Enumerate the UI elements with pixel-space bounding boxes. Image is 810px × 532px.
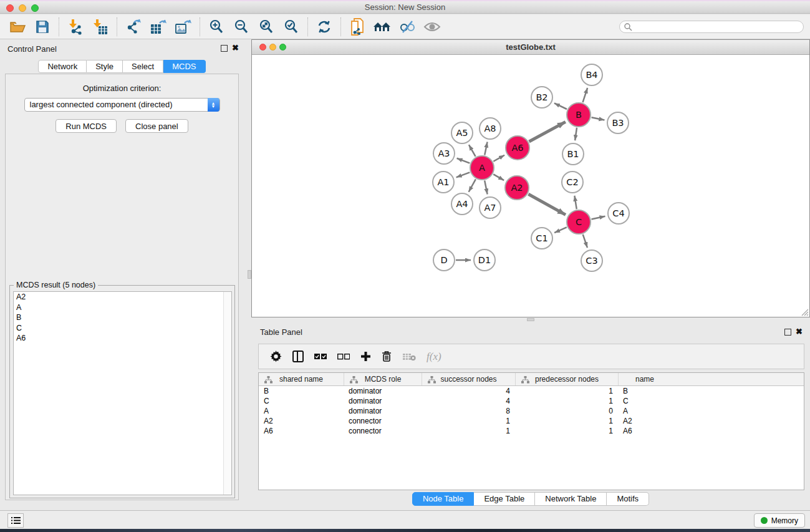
- mcds-result-item[interactable]: C: [14, 323, 231, 334]
- criterion-dropdown[interactable]: largest connected component (directed) ▲…: [24, 98, 220, 112]
- zoom-selected-button[interactable]: [279, 17, 304, 37]
- task-history-button[interactable]: [7, 513, 24, 528]
- save-session-button[interactable]: [30, 17, 55, 37]
- network-canvas[interactable]: AA1A3A5A8A4A7A6A2BB2B4B3B1CC2C4C1C3DD1: [252, 55, 809, 317]
- run-mcds-button[interactable]: Run MCDS: [55, 119, 117, 133]
- zoom-window-button[interactable]: [31, 4, 39, 12]
- export-network-icon: [125, 19, 142, 35]
- table-row[interactable]: Adominator80A: [259, 406, 804, 416]
- close-panel-icon[interactable]: ✖: [796, 327, 803, 336]
- table-cell: 1: [515, 426, 618, 436]
- column-header[interactable]: predecessor nodes: [515, 373, 618, 385]
- mcds-result-item[interactable]: A6: [14, 333, 231, 344]
- close-window-button[interactable]: [6, 4, 14, 12]
- export-image-button[interactable]: [171, 17, 196, 37]
- graph-edge[interactable]: [583, 88, 588, 102]
- graph-edge[interactable]: [592, 216, 605, 220]
- table-row[interactable]: Cdominator41C: [259, 396, 804, 406]
- delete-column-button[interactable]: [382, 351, 392, 362]
- net-zoom-button[interactable]: [279, 44, 286, 51]
- search-box[interactable]: [619, 21, 804, 33]
- float-panel-icon[interactable]: [221, 45, 228, 52]
- open-session-button[interactable]: [5, 17, 30, 37]
- export-network-button[interactable]: [121, 17, 146, 37]
- tab-style[interactable]: Style: [87, 60, 123, 73]
- search-input[interactable]: [632, 22, 803, 32]
- column-browser-button[interactable]: [292, 351, 304, 362]
- column-header[interactable]: successor nodes: [422, 373, 515, 385]
- cybrowser-button[interactable]: [370, 17, 395, 37]
- mcds-buttons: Run MCDS Close panel: [6, 119, 238, 133]
- graph-edge[interactable]: [469, 145, 476, 157]
- resize-grip-icon[interactable]: [799, 307, 809, 316]
- toolbar-separator: [117, 17, 117, 36]
- column-header[interactable]: shared name: [259, 373, 344, 385]
- toolbar-separator: [307, 17, 308, 36]
- tab-mcds[interactable]: MCDS: [163, 60, 205, 73]
- network-graph[interactable]: AA1A3A5A8A4A7A6A2BB2B4B3B1CC2C4C1C3DD1: [252, 55, 809, 317]
- list-scrollbar[interactable]: [223, 292, 231, 495]
- graph-edge[interactable]: [456, 172, 470, 177]
- network-from-file-button[interactable]: [345, 17, 370, 37]
- graph-edge[interactable]: [528, 194, 566, 215]
- unselect-all-columns-button[interactable]: [337, 354, 350, 360]
- graph-edge[interactable]: [469, 179, 476, 191]
- zoom-in-button[interactable]: [204, 17, 229, 37]
- graph-edge[interactable]: [583, 235, 587, 248]
- graph-edge[interactable]: [554, 103, 567, 109]
- network-window-titlebar[interactable]: testGlobe.txt: [252, 40, 809, 55]
- float-panel-icon[interactable]: [784, 329, 791, 336]
- table-cell: 4: [422, 386, 515, 396]
- create-column-button[interactable]: [360, 351, 371, 362]
- table-cell: 4: [422, 396, 515, 406]
- apply-layout-button[interactable]: [312, 17, 337, 37]
- graph-edge[interactable]: [575, 128, 577, 140]
- zoom-out-button[interactable]: [229, 17, 254, 37]
- search-icon: [624, 22, 632, 31]
- delete-table-button[interactable]: [402, 352, 416, 361]
- function-builder-button[interactable]: f(x): [427, 351, 441, 363]
- table-cell: B: [259, 386, 344, 396]
- tab-motifs[interactable]: Motifs: [607, 492, 649, 506]
- graph-edge[interactable]: [574, 196, 576, 210]
- table-row[interactable]: A2connector11A2: [259, 416, 804, 426]
- table-settings-button[interactable]: [270, 351, 282, 362]
- graph-edge[interactable]: [493, 174, 504, 180]
- tab-network[interactable]: Network: [38, 60, 87, 73]
- desktop-vertical-scroll-thumb[interactable]: [248, 270, 251, 279]
- graph-edge[interactable]: [529, 122, 565, 142]
- graph-edge[interactable]: [493, 155, 504, 162]
- graph-edge[interactable]: [592, 117, 605, 120]
- tab-edge-table[interactable]: Edge Table: [474, 492, 535, 506]
- select-all-columns-button[interactable]: [314, 354, 327, 360]
- mcds-result-item[interactable]: A: [14, 302, 231, 313]
- table-panel: Table Panel ✖: [251, 323, 810, 509]
- close-panel-button[interactable]: Close panel: [125, 119, 188, 133]
- table-row[interactable]: A6connector11A6: [259, 426, 804, 436]
- desktop-horizontal-scroll-thumb[interactable]: [527, 318, 534, 321]
- table-row[interactable]: Bdominator41B: [259, 386, 804, 396]
- tab-node-table[interactable]: Node Table: [412, 492, 475, 506]
- mcds-result-item[interactable]: B: [14, 312, 231, 323]
- mcds-result-list[interactable]: A2ABCA6: [13, 291, 232, 495]
- import-table-button[interactable]: [88, 17, 113, 37]
- tab-select[interactable]: Select: [123, 60, 163, 73]
- import-network-button[interactable]: [63, 17, 88, 37]
- hide-graphics-button[interactable]: [395, 17, 420, 37]
- memory-button[interactable]: Memory: [754, 513, 805, 528]
- mcds-result-item[interactable]: A2: [14, 292, 231, 302]
- graph-edge[interactable]: [554, 227, 567, 233]
- graph-edge[interactable]: [485, 181, 487, 195]
- column-header[interactable]: MCDS role: [344, 373, 422, 385]
- graph-edge[interactable]: [485, 142, 487, 155]
- show-graphics-button[interactable]: [420, 17, 445, 37]
- export-table-button[interactable]: [146, 17, 171, 37]
- net-close-button[interactable]: [259, 44, 266, 51]
- tab-network-table[interactable]: Network Table: [535, 492, 607, 506]
- minimize-window-button[interactable]: [19, 4, 26, 12]
- column-header[interactable]: name: [618, 373, 671, 385]
- net-minimize-button[interactable]: [269, 44, 276, 51]
- zoom-fit-button[interactable]: [254, 17, 279, 37]
- graph-edge[interactable]: [457, 158, 470, 163]
- close-panel-icon[interactable]: ✖: [232, 43, 239, 52]
